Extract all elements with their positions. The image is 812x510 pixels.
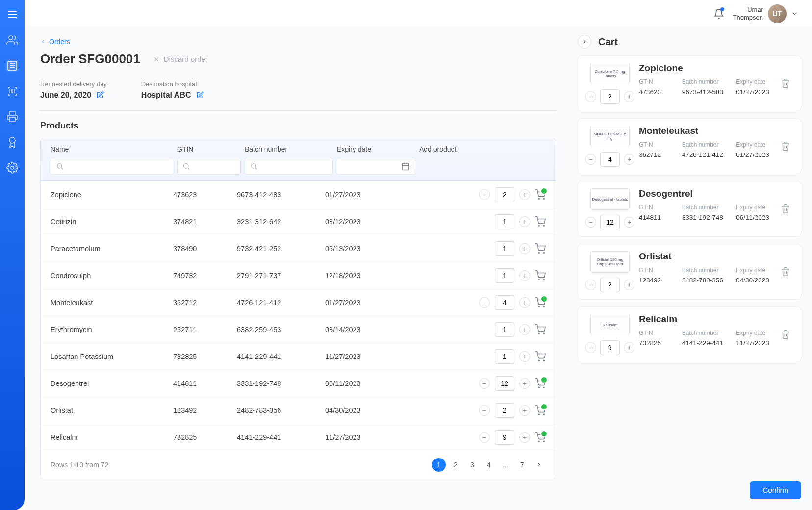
cart-qty-plus-button[interactable]: +: [624, 217, 634, 228]
page-4[interactable]: 4: [482, 458, 496, 472]
add-to-cart-button[interactable]: [535, 243, 546, 254]
qty-input[interactable]: [495, 295, 514, 310]
svg-point-38: [543, 333, 544, 334]
cell-expiry: 01/27/2023: [325, 191, 404, 199]
qty-plus-button[interactable]: +: [519, 351, 530, 362]
cell-gtin: 123492: [173, 407, 237, 414]
barcode-icon[interactable]: [6, 85, 18, 97]
page-...[interactable]: ...: [499, 458, 512, 472]
cell-expiry: 04/30/2023: [325, 407, 404, 414]
qty-plus-button[interactable]: +: [519, 270, 530, 281]
cart-qty-input[interactable]: [600, 152, 620, 167]
add-to-cart-button[interactable]: [535, 432, 546, 443]
qty-input[interactable]: [495, 241, 514, 256]
page-next[interactable]: [532, 458, 546, 472]
filter-gtin-input[interactable]: [177, 158, 241, 175]
qty-minus-button[interactable]: −: [479, 405, 490, 416]
cart-qty-minus-button[interactable]: −: [585, 91, 596, 102]
gear-icon[interactable]: [6, 162, 18, 174]
remove-cart-item-button[interactable]: [778, 314, 793, 355]
qty-plus-button[interactable]: +: [519, 189, 530, 200]
discard-order-button[interactable]: Discard order: [153, 55, 208, 63]
cell-name: Desogentrel: [51, 380, 173, 387]
edit-delivery-icon[interactable]: [96, 91, 104, 99]
add-to-cart-button[interactable]: [535, 189, 546, 200]
cart-qty-plus-button[interactable]: +: [624, 91, 634, 102]
filter-name-input[interactable]: [51, 158, 173, 175]
qty-minus-button[interactable]: −: [479, 378, 490, 389]
cart-qty-plus-button[interactable]: +: [624, 280, 634, 290]
qty-input[interactable]: [495, 187, 514, 202]
remove-cart-item-button[interactable]: [778, 126, 793, 167]
page-3[interactable]: 3: [465, 458, 479, 472]
qty-minus-button[interactable]: −: [479, 432, 490, 443]
cart-item-batch: 2482-783-356: [682, 277, 730, 284]
cart-qty-input[interactable]: [600, 340, 620, 355]
cart-qty-minus-button[interactable]: −: [585, 342, 596, 353]
cart-item-name: Relicalm: [639, 314, 773, 325]
qty-plus-button[interactable]: +: [519, 243, 530, 254]
cart-qty-minus-button[interactable]: −: [585, 217, 596, 228]
qty-input[interactable]: [495, 322, 514, 337]
list-icon[interactable]: [6, 60, 18, 72]
edit-destination-icon[interactable]: [196, 91, 204, 99]
add-to-cart-button[interactable]: [535, 378, 546, 389]
breadcrumb-back[interactable]: Orders: [40, 38, 556, 46]
qty-plus-button[interactable]: +: [519, 432, 530, 443]
add-to-cart-button[interactable]: [535, 405, 546, 416]
cart-item-batch: 3331-192-748: [682, 214, 730, 221]
qty-input[interactable]: [495, 214, 514, 229]
qty-plus-button[interactable]: +: [519, 405, 530, 416]
qty-plus-button[interactable]: +: [519, 216, 530, 227]
cart-qty-plus-button[interactable]: +: [624, 154, 634, 165]
cell-batch: 6382-259-453: [237, 326, 325, 333]
qty-input[interactable]: [495, 268, 514, 283]
collapse-cart-button[interactable]: [578, 35, 591, 49]
table-row: Monteleukast3627124726-121-41201/27/2023…: [41, 289, 556, 316]
svg-point-30: [543, 225, 544, 226]
qty-plus-button[interactable]: +: [519, 297, 530, 308]
qty-input[interactable]: [495, 430, 514, 445]
add-to-cart-button[interactable]: [535, 324, 546, 335]
qty-minus-button[interactable]: −: [479, 189, 490, 200]
menu-icon[interactable]: [6, 9, 18, 21]
cart-qty-plus-button[interactable]: +: [624, 342, 634, 353]
notification-dot: [720, 7, 724, 11]
qty-input[interactable]: [495, 403, 514, 418]
page-7[interactable]: 7: [515, 458, 529, 472]
add-to-cart-button[interactable]: [535, 270, 546, 281]
remove-cart-item-button[interactable]: [778, 251, 793, 292]
svg-point-36: [543, 306, 544, 307]
filter-batch-input[interactable]: [245, 158, 333, 175]
award-icon[interactable]: [6, 136, 18, 148]
cart-qty-minus-button[interactable]: −: [585, 154, 596, 165]
qty-input[interactable]: [495, 376, 514, 391]
user-menu[interactable]: Umar Thompson UT: [733, 4, 798, 23]
notifications-button[interactable]: [713, 8, 724, 19]
add-to-cart-button[interactable]: [535, 297, 546, 308]
qty-plus-button[interactable]: +: [519, 378, 530, 389]
remove-cart-item-button[interactable]: [778, 188, 793, 230]
printer-icon[interactable]: [6, 111, 18, 123]
add-to-cart-button[interactable]: [535, 351, 546, 362]
cell-name: Erythromycin: [51, 326, 173, 333]
cart-qty-input[interactable]: [600, 89, 620, 104]
add-to-cart-button[interactable]: [535, 216, 546, 227]
cart-qty-minus-button[interactable]: −: [585, 280, 596, 290]
svg-point-32: [543, 252, 544, 253]
qty-input[interactable]: [495, 349, 514, 364]
confirm-button[interactable]: Confirm: [750, 481, 801, 499]
qty-plus-button[interactable]: +: [519, 324, 530, 335]
filter-expiry-input[interactable]: [337, 158, 415, 175]
cart-qty-input[interactable]: [600, 215, 620, 230]
remove-cart-item-button[interactable]: [778, 63, 793, 104]
cart-item: Orlistat 120 mg Capsules Hard−+OrlistatG…: [578, 244, 801, 300]
users-icon[interactable]: [6, 34, 18, 46]
cell-gtin: 362712: [173, 299, 237, 306]
svg-line-20: [188, 168, 189, 169]
cart-qty-input[interactable]: [600, 278, 620, 292]
sidebar: [0, 0, 25, 510]
qty-minus-button[interactable]: −: [479, 297, 490, 308]
page-2[interactable]: 2: [449, 458, 462, 472]
page-1[interactable]: 1: [432, 458, 446, 472]
